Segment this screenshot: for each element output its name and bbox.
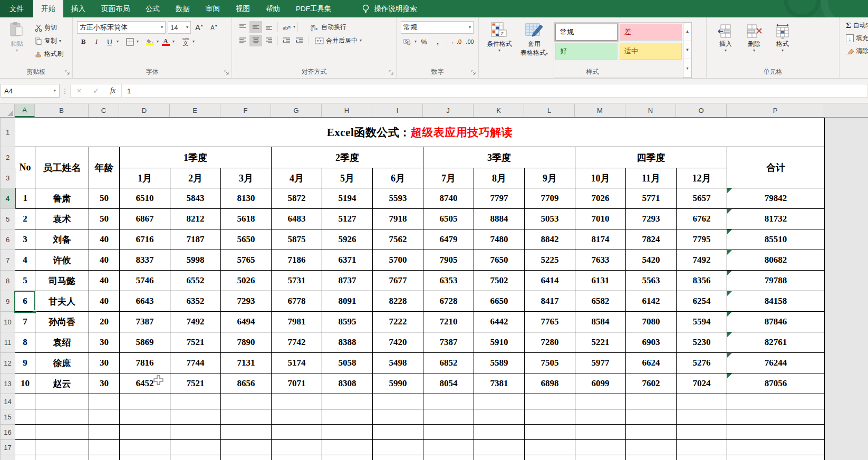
column-header-K[interactable]: K: [474, 104, 524, 117]
autosum-button[interactable]: Σ 自动求和: [844, 20, 868, 31]
row-header-5[interactable]: 5: [1, 209, 15, 229]
column-header-D[interactable]: D: [119, 104, 170, 117]
cell[interactable]: 1: [15, 188, 35, 209]
cell[interactable]: 5657: [677, 188, 727, 209]
cell[interactable]: [474, 409, 525, 425]
font-size-combo[interactable]: 14 ▾: [168, 21, 191, 34]
cell[interactable]: [322, 455, 373, 460]
cell[interactable]: 赵云: [35, 373, 89, 394]
cell[interactable]: 5: [15, 271, 35, 291]
cell[interactable]: [35, 409, 89, 425]
font-color-button[interactable]: A: [159, 36, 172, 47]
menu-tab-review[interactable]: 审阅: [198, 0, 228, 17]
total-cell[interactable]: 85510: [727, 229, 825, 250]
format-cells-button[interactable]: 格式 ▾: [771, 22, 794, 54]
total-cell[interactable]: 79788: [727, 271, 825, 291]
cell[interactable]: 6254: [677, 291, 727, 312]
cell[interactable]: 50: [89, 209, 120, 229]
cell[interactable]: [373, 440, 423, 455]
row-header-12[interactable]: 12: [1, 353, 15, 373]
cell[interactable]: 6131: [575, 271, 626, 291]
cell[interactable]: 7816: [120, 353, 170, 373]
cell[interactable]: 6716: [120, 229, 170, 250]
number-format-combo[interactable]: 常规 ▾: [401, 21, 474, 34]
borders-button[interactable]: [123, 36, 136, 47]
cell[interactable]: [626, 440, 677, 455]
orientation-button[interactable]: ab: [280, 21, 293, 33]
cell[interactable]: 7824: [626, 229, 677, 250]
total-cell[interactable]: 80682: [727, 250, 825, 271]
cell[interactable]: [15, 409, 35, 425]
row-header-1[interactable]: 1: [1, 118, 15, 147]
cell[interactable]: [677, 440, 727, 455]
cell[interactable]: 6505: [423, 209, 474, 229]
cell[interactable]: [423, 440, 474, 455]
cell-style-1[interactable]: 差: [620, 24, 682, 41]
cell[interactable]: 7744: [170, 353, 221, 373]
header-age[interactable]: 年龄: [89, 147, 120, 188]
cell[interactable]: 5276: [677, 353, 727, 373]
cell[interactable]: [221, 409, 272, 425]
cell-style-0[interactable]: 常规: [555, 24, 618, 41]
cell[interactable]: [575, 440, 626, 455]
cell[interactable]: 10: [15, 373, 35, 394]
cell[interactable]: [221, 440, 272, 455]
cell[interactable]: 7026: [575, 188, 626, 209]
cell[interactable]: 8388: [322, 332, 373, 353]
cell[interactable]: 5058: [322, 353, 373, 373]
row-header-10[interactable]: 10: [1, 312, 15, 332]
column-header-E[interactable]: E: [170, 104, 220, 117]
column-header-I[interactable]: I: [372, 104, 423, 117]
cell[interactable]: 3: [15, 229, 35, 250]
cell[interactable]: [272, 425, 322, 440]
cell[interactable]: 7602: [626, 373, 677, 394]
row-header-14[interactable]: 14: [1, 394, 15, 409]
delete-cells-button[interactable]: 删除 ▾: [742, 22, 766, 54]
cell[interactable]: [677, 409, 727, 425]
cell[interactable]: 5650: [221, 229, 272, 250]
tell-me-search[interactable]: 操作说明搜索: [362, 0, 417, 17]
cell[interactable]: [170, 425, 221, 440]
cell[interactable]: 4: [15, 250, 35, 271]
cell[interactable]: [525, 394, 575, 409]
cell[interactable]: 5053: [525, 209, 575, 229]
cell[interactable]: [120, 394, 170, 409]
align-bottom-button[interactable]: [263, 21, 275, 33]
column-header-H[interactable]: H: [322, 104, 372, 117]
cell[interactable]: [120, 440, 170, 455]
cell[interactable]: 6371: [322, 250, 373, 271]
total-cell[interactable]: 81732: [727, 209, 825, 229]
cell[interactable]: 5194: [322, 188, 373, 209]
cell[interactable]: [272, 455, 322, 460]
cell[interactable]: [89, 394, 120, 409]
column-header-O[interactable]: O: [676, 104, 727, 117]
cell[interactable]: 6898: [525, 373, 575, 394]
header-month-9[interactable]: 9月: [525, 168, 575, 188]
align-right-button[interactable]: [263, 35, 275, 46]
clear-button[interactable]: 清除: [844, 45, 868, 56]
cell[interactable]: 司马懿: [35, 271, 89, 291]
column-header-M[interactable]: M: [575, 104, 625, 117]
cell[interactable]: [120, 425, 170, 440]
cell[interactable]: 7387: [120, 312, 170, 332]
cell[interactable]: 7521: [170, 332, 221, 353]
cell[interactable]: 5771: [626, 188, 677, 209]
cell[interactable]: 6479: [423, 229, 474, 250]
cell[interactable]: 8595: [322, 312, 373, 332]
cell[interactable]: [575, 409, 626, 425]
row-header-18[interactable]: 18: [1, 455, 15, 460]
cell[interactable]: 8740: [423, 188, 474, 209]
cell[interactable]: 7293: [626, 209, 677, 229]
row-header-11[interactable]: 11: [1, 332, 15, 353]
cell[interactable]: [575, 425, 626, 440]
cell[interactable]: [525, 440, 575, 455]
cell[interactable]: 5869: [120, 332, 170, 353]
header-month-7[interactable]: 7月: [423, 168, 474, 188]
cell[interactable]: [423, 394, 474, 409]
cell[interactable]: [677, 394, 727, 409]
cell[interactable]: 7765: [525, 312, 575, 332]
cell[interactable]: 7420: [373, 332, 423, 353]
column-header-P[interactable]: P: [727, 104, 824, 117]
header-quarter-3[interactable]: 3季度: [423, 147, 575, 168]
cell[interactable]: [89, 425, 120, 440]
